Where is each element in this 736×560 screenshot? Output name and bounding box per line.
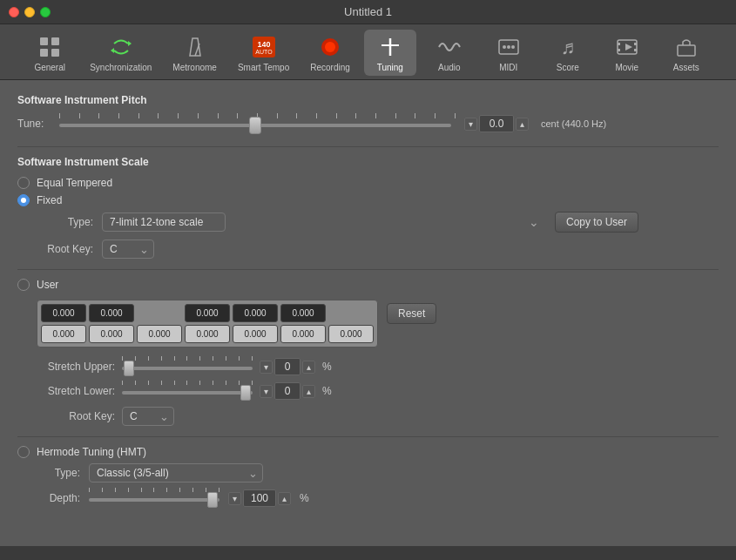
minimize-button[interactable] <box>24 7 35 17</box>
hermode-type-select-wrapper: Classic (3/5-all) Classic (3/5-nat) Popu… <box>89 463 263 482</box>
synchronization-icon <box>107 33 135 61</box>
equal-tempered-row: Equal Tempered <box>17 177 719 189</box>
white-key-5[interactable]: 0.000 <box>280 325 326 343</box>
fixed-radio[interactable] <box>17 194 30 206</box>
stretch-upper-percent: % <box>322 361 332 373</box>
user-label: User <box>37 279 58 291</box>
stretch-lower-label: Stretch Lower: <box>37 385 115 397</box>
tune-unit: cent (440.0 Hz) <box>541 118 606 129</box>
toolbar-score[interactable]: ♬ Score <box>542 30 594 76</box>
toolbar-tuning[interactable]: Tuning <box>364 30 416 76</box>
copy-to-user-button[interactable]: Copy to User <box>555 212 638 233</box>
window-title: Untitled 1 <box>344 5 392 18</box>
white-key-3[interactable]: 0.000 <box>185 325 230 343</box>
white-key-4[interactable]: 0.000 <box>233 325 278 343</box>
toolbar-smart-tempo[interactable]: 140AUTO Smart Tempo <box>231 30 296 76</box>
midi-icon <box>495 33 523 61</box>
black-key-2[interactable]: 0.000 <box>185 304 230 322</box>
movie-icon <box>613 33 641 61</box>
stretch-upper-row: Stretch Upper: <box>37 358 719 375</box>
black-key-4[interactable]: 0.000 <box>280 304 326 322</box>
pitch-section-title: Software Instrument Pitch <box>17 94 719 106</box>
toolbar-general[interactable]: General <box>24 30 76 76</box>
maximize-button[interactable] <box>40 7 51 17</box>
toolbar-synchronization[interactable]: Synchronization <box>83 30 159 76</box>
divider-3 <box>17 436 719 437</box>
assets-label: Assets <box>673 63 699 72</box>
black-key-1[interactable]: 0.000 <box>89 304 134 322</box>
white-key-2[interactable]: 0.000 <box>137 325 182 343</box>
root-key-select[interactable]: CC#DD# EFF#G G#AA#B <box>102 240 154 259</box>
hermode-radio-row: Hermode Tuning (HMT) <box>17 446 719 458</box>
toolbar-midi[interactable]: MIDI <box>483 30 535 76</box>
user-radio[interactable] <box>17 279 30 291</box>
score-icon: ♬ <box>554 33 582 61</box>
type-select[interactable]: 7-limit 12-tone scale Equal Tempered Jus… <box>102 213 226 232</box>
tune-label: Tune: <box>17 118 51 130</box>
user-root-key-select[interactable]: CC#DD# EFF#G G#AA#B <box>122 407 174 426</box>
metronome-label: Metronome <box>172 63 217 72</box>
stretch-upper-label: Stretch Upper: <box>37 361 115 373</box>
stretch-lower-slider[interactable] <box>122 391 253 395</box>
window-controls <box>9 7 51 17</box>
stretch-lower-down[interactable]: ▾ <box>260 385 273 398</box>
tune-down-button[interactable]: ▾ <box>464 118 477 131</box>
svg-point-12 <box>325 42 335 52</box>
svg-point-18 <box>511 45 515 49</box>
type-row: Type: 7-limit 12-tone scale Equal Temper… <box>37 212 719 233</box>
tune-up-button[interactable]: ▴ <box>516 118 529 131</box>
stretch-lower-row: Stretch Lower: <box>37 382 719 400</box>
toolbar-assets[interactable]: Assets <box>660 30 712 76</box>
stretch-upper-down[interactable]: ▾ <box>260 361 273 374</box>
type-select-wrapper: 7-limit 12-tone scale Equal Tempered Jus… <box>102 213 546 232</box>
stretch-lower-up[interactable]: ▴ <box>302 385 315 398</box>
stretch-lower-value: 0 <box>274 382 300 400</box>
recording-icon <box>316 33 344 61</box>
svg-rect-24 <box>634 49 637 51</box>
user-section: User 0.000 0.000 0.000 0.000 0.000 0.000… <box>17 279 719 426</box>
root-key-select-wrapper: CC#DD# EFF#G G#AA#B <box>102 240 154 259</box>
stretch-upper-control: ▾ 0 ▴ <box>260 358 315 375</box>
white-key-6[interactable]: 0.000 <box>328 325 374 343</box>
svg-text:140: 140 <box>257 40 270 49</box>
tuning-icon <box>376 33 404 61</box>
reset-button[interactable]: Reset <box>387 303 436 324</box>
toolbar: General Synchronization Metronome 140AUT… <box>0 24 736 80</box>
hermode-radio[interactable] <box>17 446 30 458</box>
stretch-upper-slider[interactable] <box>122 367 253 370</box>
titlebar: Untitled 1 <box>0 0 736 24</box>
tune-control: ▾ 0.0 ▴ <box>464 115 529 132</box>
user-root-key-label: Root Key: <box>37 410 115 422</box>
white-key-1[interactable]: 0.000 <box>89 325 134 343</box>
root-key-label: Root Key: <box>37 243 93 255</box>
depth-down[interactable]: ▾ <box>228 492 241 505</box>
depth-value: 100 <box>243 489 276 507</box>
white-key-0[interactable]: 0.000 <box>41 325 86 343</box>
svg-rect-23 <box>634 43 637 45</box>
svg-rect-2 <box>40 49 48 57</box>
hermode-type-select[interactable]: Classic (3/5-all) Classic (3/5-nat) Popu… <box>89 463 263 482</box>
depth-control: ▾ 100 ▴ <box>228 489 291 507</box>
stretch-upper-up[interactable]: ▴ <box>302 361 315 374</box>
equal-tempered-radio[interactable] <box>17 177 30 189</box>
black-key-0[interactable]: 0.000 <box>41 304 86 322</box>
root-key-row: Root Key: CC#DD# EFF#G G#AA#B <box>37 240 719 259</box>
black-key-3[interactable]: 0.000 <box>233 304 278 322</box>
toolbar-movie[interactable]: Movie <box>601 30 653 76</box>
stretch-lower-control: ▾ 0 ▴ <box>260 382 315 400</box>
svg-rect-3 <box>51 49 59 57</box>
svg-text:AUTO: AUTO <box>255 49 273 55</box>
depth-up[interactable]: ▴ <box>278 492 291 505</box>
tuning-label: Tuning <box>377 63 403 72</box>
general-label: General <box>34 63 65 72</box>
svg-rect-22 <box>618 49 620 51</box>
tune-slider[interactable] <box>59 124 451 127</box>
close-button[interactable] <box>9 7 19 17</box>
toolbar-recording[interactable]: Recording <box>303 30 357 76</box>
user-root-key-row: Root Key: CC#DD# EFF#G G#AA#B <box>37 407 719 426</box>
depth-slider[interactable] <box>89 498 219 502</box>
toolbar-metronome[interactable]: Metronome <box>165 30 224 76</box>
toolbar-audio[interactable]: Audio <box>423 30 476 76</box>
tune-value: 0.0 <box>479 115 514 132</box>
fixed-row: Fixed <box>17 194 719 206</box>
